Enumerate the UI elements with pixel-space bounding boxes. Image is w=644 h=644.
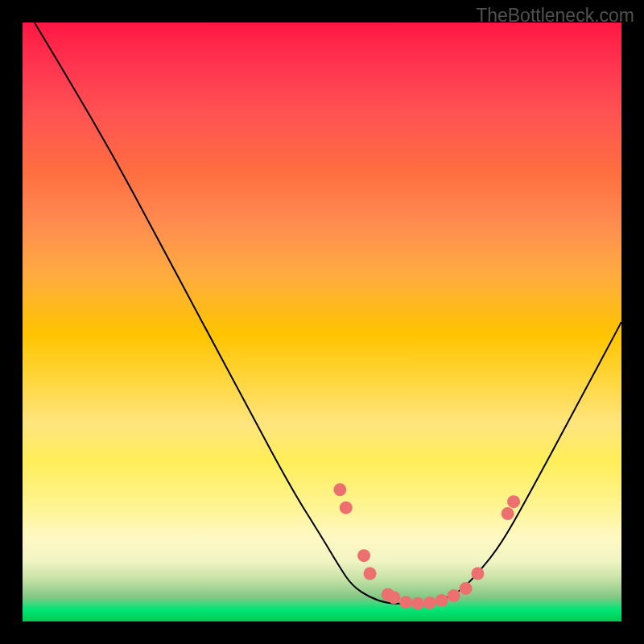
data-marker	[387, 591, 400, 604]
data-marker	[340, 502, 353, 514]
data-marker	[411, 597, 424, 610]
data-marker	[448, 589, 460, 602]
chart-svg	[23, 23, 621, 621]
data-marker	[436, 594, 448, 607]
bottleneck-curve	[35, 23, 621, 604]
chart-container: TheBottleneck.com	[0, 0, 644, 644]
plot-area	[23, 23, 621, 621]
data-marker	[399, 596, 412, 609]
data-marker	[364, 567, 377, 580]
data-marker	[423, 597, 436, 609]
data-marker	[333, 483, 346, 496]
data-marker	[502, 507, 514, 520]
data-markers	[333, 483, 520, 609]
data-marker	[357, 549, 370, 562]
watermark-text: TheBottleneck.com	[476, 5, 634, 27]
data-marker	[471, 567, 484, 580]
data-marker	[460, 582, 473, 595]
data-marker	[507, 495, 520, 508]
